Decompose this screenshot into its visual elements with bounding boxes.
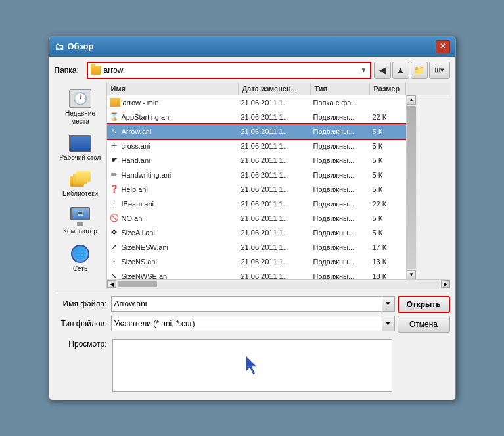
file-name-cell: ↘SizeNWSE.ani — [107, 272, 239, 279]
table-row[interactable]: ✏Handwriting.ani21.06.2011 1...Подвижны.… — [107, 168, 406, 182]
file-date-cell: 21.06.2011 1... — [239, 171, 311, 179]
table-row[interactable]: ↖Arrow.ani21.06.2011 1...Подвижны...5 К — [107, 124, 406, 139]
col-date-header[interactable]: Дата изменен... — [239, 83, 311, 95]
table-row[interactable]: ❓Help.ani21.06.2011 1...Подвижны...5 К — [107, 182, 406, 197]
path-combo[interactable]: arrow ▼ — [87, 62, 371, 79]
table-row[interactable]: ↗SizeNESW.ani21.06.2011 1...Подвижны...1… — [107, 240, 406, 254]
file-name-cell: ✛cross.ani — [107, 141, 239, 151]
dialog-title: Обзор — [68, 41, 94, 51]
file-name-cell: arrow - min — [107, 98, 239, 107]
scrollbar[interactable]: ▲ ▼ — [406, 95, 417, 279]
file-name-cell: ❓Help.ani — [107, 185, 239, 194]
file-name-cell: IIBeam.ani — [107, 199, 239, 208]
sidebar-item-desktop[interactable]: Рабочий стол — [55, 131, 105, 166]
filetype-combo[interactable]: Указатели (*.ani, *.cur) ▼ — [111, 316, 395, 331]
sidebar-item-libraries[interactable]: Библиотеки — [55, 167, 105, 202]
filetype-dropdown[interactable]: ▼ — [382, 316, 395, 331]
sidebar-item-computer[interactable]: 💻 Компьютер — [55, 203, 105, 239]
open-button[interactable]: Открыть — [398, 296, 450, 313]
scroll-thumb[interactable] — [407, 106, 416, 269]
bottom-fields-main: Имя файла: Arrow.ani ▼ Тип файлов: У — [55, 296, 395, 335]
sidebar-item-recent[interactable]: 🕐 Недавниеместа — [55, 85, 105, 130]
file-date-cell: 21.06.2011 1... — [239, 258, 311, 266]
svg-marker-0 — [246, 355, 258, 375]
table-row[interactable]: ✥SizeAll.ani21.06.2011 1...Подвижны...5 … — [107, 226, 406, 240]
col-name-header[interactable]: Имя — [107, 83, 239, 95]
horiz-scroll-thumb[interactable] — [118, 281, 157, 287]
cancel-button[interactable]: Отмена — [398, 316, 450, 333]
table-row[interactable]: 🚫NO.ani21.06.2011 1...Подвижны...5 К — [107, 211, 406, 226]
file-type-cell: Подвижны... — [311, 214, 370, 222]
dialog-icon: 🗂 — [55, 41, 64, 52]
table-row[interactable]: ✛cross.ani21.06.2011 1...Подвижны...5 К — [107, 139, 406, 153]
file-size-cell: 13 К — [370, 258, 406, 266]
scroll-left-btn[interactable]: ◀ — [107, 280, 116, 288]
preview-area: Просмотр: — [55, 339, 450, 392]
folder-icon — [91, 66, 101, 75]
dialog-body: Папка: arrow ▼ ◀ ▲ 📁 ⊞▾ 🕐 Недавниеместа — [49, 57, 455, 400]
file-date-cell: 21.06.2011 1... — [239, 200, 311, 208]
file-type-cell: Подвижны... — [311, 157, 370, 164]
file-date-cell: 21.06.2011 1... — [239, 185, 311, 193]
table-row[interactable]: ☛Hand.ani21.06.2011 1...Подвижны...5 К — [107, 153, 406, 168]
sidebar-item-network[interactable]: 🌐 Сеть — [55, 241, 105, 277]
scroll-right-btn[interactable]: ▶ — [441, 280, 450, 288]
file-size-cell: 22 К — [370, 113, 406, 121]
file-date-cell: 21.06.2011 1... — [239, 272, 311, 279]
file-name-cell: 🚫NO.ani — [107, 214, 239, 223]
file-date-cell: 21.06.2011 1... — [239, 99, 311, 107]
toolbar-row: Папка: arrow ▼ ◀ ▲ 📁 ⊞▾ — [55, 62, 450, 79]
table-row[interactable]: arrow - min21.06.2011 1...Папка с фа... — [107, 95, 406, 110]
file-name-cell: ↗SizeNESW.ani — [107, 243, 239, 252]
back-button[interactable]: ◀ — [374, 62, 391, 79]
file-date-cell: 21.06.2011 1... — [239, 113, 311, 121]
table-row[interactable]: IIBeam.ani21.06.2011 1...Подвижны...22 К — [107, 197, 406, 211]
filename-row: Имя файла: Arrow.ani ▼ — [55, 296, 395, 312]
horizontal-scrollbar[interactable]: ◀ ▶ — [107, 279, 450, 289]
table-row[interactable]: ↘SizeNWSE.ani21.06.2011 1...Подвижны...1… — [107, 269, 406, 279]
col-size-header[interactable]: Размер — [370, 83, 406, 95]
path-dropdown-arrow[interactable]: ▼ — [361, 66, 367, 74]
browse-dialog: 🗂 Обзор ✕ Папка: arrow ▼ ◀ ▲ 📁 ⊞▾ — [49, 36, 456, 400]
table-row[interactable]: ↕SizeNS.ani21.06.2011 1...Подвижны...13 … — [107, 254, 406, 269]
title-bar: 🗂 Обзор ✕ — [49, 37, 455, 57]
close-button[interactable]: ✕ — [436, 40, 450, 53]
recent-icon: 🕐 — [69, 89, 91, 108]
file-date-cell: 21.06.2011 1... — [239, 142, 311, 150]
col-type-header[interactable]: Тип — [311, 83, 370, 95]
view-button[interactable]: ⊞▾ — [429, 62, 450, 79]
filename-label: Имя файла: — [55, 299, 107, 308]
file-date-cell: 21.06.2011 1... — [239, 128, 311, 135]
file-type-cell: Папка с фа... — [311, 99, 370, 107]
file-name-cell: ⌛AppStarting.ani — [107, 112, 239, 122]
file-size-cell: 5 К — [370, 157, 406, 164]
bottom-bar-rows: Имя файла: Arrow.ani ▼ Тип файлов: У — [55, 296, 450, 335]
path-value: arrow — [104, 66, 358, 75]
file-type-cell: Подвижны... — [311, 142, 370, 150]
file-list[interactable]: arrow - min21.06.2011 1...Папка с фа...⌛… — [107, 95, 406, 279]
file-size-cell: 5 К — [370, 185, 406, 193]
new-folder-button[interactable]: 📁 — [411, 62, 428, 79]
file-type-cell: Подвижны... — [311, 258, 370, 266]
scroll-up-btn[interactable]: ▲ — [407, 95, 416, 105]
file-name-cell: ✥SizeAll.ani — [107, 228, 239, 237]
file-date-cell: 21.06.2011 1... — [239, 243, 311, 251]
up-button[interactable]: ▲ — [392, 62, 409, 79]
file-type-cell: Подвижны... — [311, 272, 370, 279]
file-size-cell: 22 К — [370, 200, 406, 208]
scroll-down-btn[interactable]: ▼ — [407, 270, 416, 279]
file-size-cell: 13 К — [370, 272, 406, 279]
file-date-cell: 21.06.2011 1... — [239, 229, 311, 237]
filename-dropdown[interactable]: ▼ — [382, 296, 395, 312]
file-type-cell: Подвижны... — [311, 243, 370, 251]
file-name-cell: ↖Arrow.ani — [107, 127, 239, 136]
file-type-cell: Подвижны... — [311, 229, 370, 237]
filetype-input[interactable]: Указатели (*.ani, *.cur) — [111, 316, 382, 331]
file-size-cell: 5 К — [370, 142, 406, 150]
file-type-cell: Подвижны... — [311, 128, 370, 135]
folder-label: Папка: — [55, 66, 84, 75]
filename-combo[interactable]: Arrow.ani ▼ — [111, 296, 395, 312]
filename-input[interactable]: Arrow.ani — [111, 296, 382, 312]
table-row[interactable]: ⌛AppStarting.ani21.06.2011 1...Подвижны.… — [107, 110, 406, 124]
bottom-fields: Имя файла: Arrow.ani ▼ Тип файлов: У — [55, 293, 450, 395]
